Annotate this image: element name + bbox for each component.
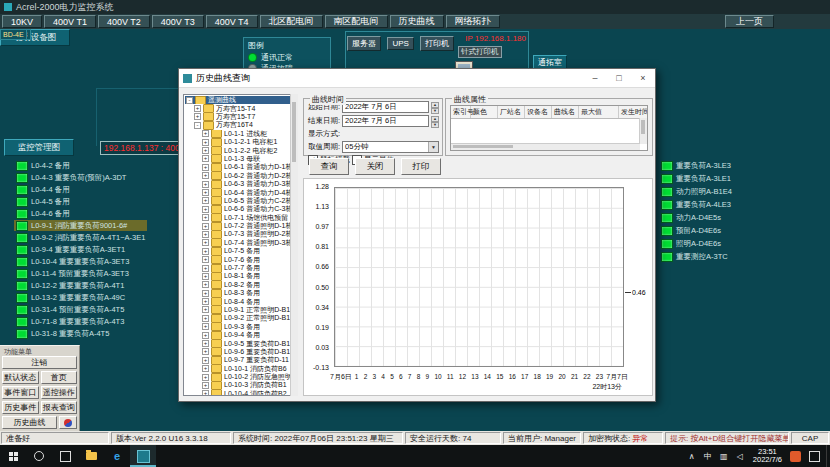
tree-item[interactable]: + L0-9-4 备用 [185,331,295,339]
tree-item[interactable]: + L0-9-5 重要负荷D-B1 [185,339,295,347]
expand-icon[interactable]: + [202,139,209,146]
expand-icon[interactable]: + [202,147,209,154]
expand-icon[interactable]: + [202,298,209,305]
expand-icon[interactable]: + [202,189,209,196]
expand-icon[interactable]: + [202,223,209,230]
column-header[interactable]: 设备名 [525,106,552,118]
feeder-status-row[interactable]: 预留A-D4E6s [659,225,734,236]
feeder-status-row[interactable]: L0-9-2 消防重要负荷A-4T1~A-3E1 [14,232,147,243]
tree-item[interactable]: + L0-7-2 普通照明D-1栋 [185,222,295,230]
expand-icon[interactable]: + [202,231,209,238]
expand-icon[interactable]: + [202,181,209,188]
expand-icon[interactable]: + [202,348,209,355]
tree-item[interactable]: + L0-10-2 消防应急照明 [185,373,295,381]
feeder-status-row[interactable]: L0-31-4 预留重要负荷A-4T5 [14,304,147,315]
tree-item[interactable]: + L0-6-5 普通动力C-2栋 [185,197,295,205]
network-icon[interactable]: ▥ [717,452,731,461]
feeder-status-row[interactable]: L0-10-4 重要重要负荷A-3ET3 [14,256,147,267]
feeder-status-row[interactable]: 重要负荷A-3LE1 [659,173,734,184]
tree-item[interactable]: + L0-9-2 正常照明D-B1 [185,314,295,322]
tray-expand-icon[interactable]: ∧ [685,452,699,461]
tree-scrollbar[interactable] [290,94,298,396]
column-header[interactable]: 索引号 [451,106,471,118]
feeder-status-row[interactable]: L0-9-4 重要重要负荷A-3ET1 [14,244,147,255]
column-header[interactable]: 颜色 [471,106,498,118]
expand-icon[interactable]: + [202,206,209,213]
tree-item[interactable]: + L0-1-2-2 电容柜2 [185,146,295,154]
nav-tab[interactable]: 历史曲线 [390,15,444,28]
expand-icon[interactable]: - [194,122,201,129]
tree-item[interactable]: - 遥测曲线 [185,96,295,104]
tree-item[interactable]: + L0-7-4 普通照明D-3栋 [185,239,295,247]
close-dialog-button[interactable]: 关闭 [355,158,395,175]
expand-icon[interactable]: + [202,306,209,313]
tree-item[interactable]: + L0-7-6 备用 [185,255,295,263]
file-explorer-button[interactable] [78,445,104,467]
tree-item[interactable]: - 万寿宫16T4 [185,121,295,129]
tree-item[interactable]: + 万寿宫15-T4 [185,104,295,112]
logout-button[interactable]: 注销 [2,356,77,369]
tree-item[interactable]: + L0-1-1 进线柜 [185,130,295,138]
nav-tab[interactable]: 400V T2 [98,15,150,28]
feeder-status-row[interactable]: L0-9-1 消防重要负荷9001-6# [14,220,147,231]
tree-item[interactable]: + 万寿宫15-T7 [185,113,295,121]
chart-plot-area[interactable] [334,187,624,367]
tree-item[interactable]: + L0-9-3 备用 [185,323,295,331]
tree-item[interactable]: + L0-9-6 重要负荷D-B1 [185,348,295,356]
expand-icon[interactable]: + [202,248,209,255]
tree-item[interactable]: + L0-6-1 普通动力D-1栋 [185,163,295,171]
feeder-status-row[interactable]: L0-4-2 备用 [14,160,147,171]
tree-item[interactable]: + L0-7-5 备用 [185,247,295,255]
maximize-button[interactable]: □ [607,69,631,87]
function-button[interactable]: 遥控操作 [41,386,78,399]
tree-item[interactable]: + L0-1-3 母联 [185,155,295,163]
close-button[interactable]: × [631,69,655,87]
show-desktop-button[interactable] [826,445,830,467]
nav-tab[interactable]: 400V T1 [44,15,96,28]
expand-icon[interactable]: + [202,155,209,162]
volume-icon[interactable]: ◁ [733,452,747,461]
expand-icon[interactable]: + [202,197,209,204]
nav-tab[interactable]: 南区配电间 [325,15,388,28]
expand-icon[interactable]: + [202,340,209,347]
start-date-spinner[interactable]: ▲▼ [431,102,439,112]
expand-icon[interactable]: + [202,172,209,179]
tree-item[interactable]: + L0-8-1 备用 [185,272,295,280]
column-header[interactable]: 厂站名 [498,106,525,118]
tree-item[interactable]: + L0-9-7 重要负荷D-11 [185,356,295,364]
nav-tab[interactable]: 北区配电间 [260,15,323,28]
expand-icon[interactable]: + [202,164,209,171]
expand-icon[interactable]: + [202,214,209,221]
period-select[interactable]: 05分钟 ▼ [342,141,439,153]
table-horizontal-scrollbar[interactable] [451,143,640,150]
feeder-status-row[interactable]: L0-31-8 重要负荷A-4T5 [14,328,147,339]
nav-tab[interactable]: 400V T4 [206,15,258,28]
expand-icon[interactable]: + [202,315,209,322]
function-button[interactable]: 默认状态 [2,371,39,384]
function-button[interactable]: 首页 [41,371,78,384]
ime-indicator[interactable]: 中 [701,451,715,462]
expand-icon[interactable]: + [202,332,209,339]
expand-icon[interactable]: + [202,323,209,330]
ups-button[interactable]: UPS [387,37,413,50]
feeder-status-row[interactable]: L0-12-2 重要重要负荷A-4T1 [14,280,147,291]
tree-item[interactable]: + L0-7-1 场馆供电预留 [185,213,295,221]
feeder-status-row[interactable]: L0-11-4 预留重要负荷A-3ET3 [14,268,147,279]
expand-icon[interactable]: + [202,256,209,263]
expand-icon[interactable]: + [202,357,209,364]
tree-item[interactable]: + L0-1-2-1 电容柜1 [185,138,295,146]
feeder-status-row[interactable]: L0-4-6 备用 [14,208,147,219]
browser-button[interactable]: e [104,445,130,467]
minimize-button[interactable]: – [583,69,607,87]
tree-item[interactable]: + L0-8-4 备用 [185,297,295,305]
expand-icon[interactable]: + [202,290,209,297]
history-curve-button[interactable]: 历史曲线 [2,416,57,429]
feeder-status-row[interactable]: L0-13-2 重要重要负荷A-49C [14,292,147,303]
feeder-status-row[interactable]: L0-71-8 重要重要负荷A-4T3 [14,316,147,327]
function-button[interactable]: 事件窗口 [2,386,39,399]
print-button[interactable]: 打印 [401,158,441,175]
feeder-status-row[interactable]: 重要测控A-3TC [659,251,734,262]
table-vertical-scrollbar[interactable] [639,118,647,144]
column-header[interactable]: 发生时间 [619,106,648,118]
tree-item[interactable]: + L0-6-2 普通动力D-2栋 [185,172,295,180]
